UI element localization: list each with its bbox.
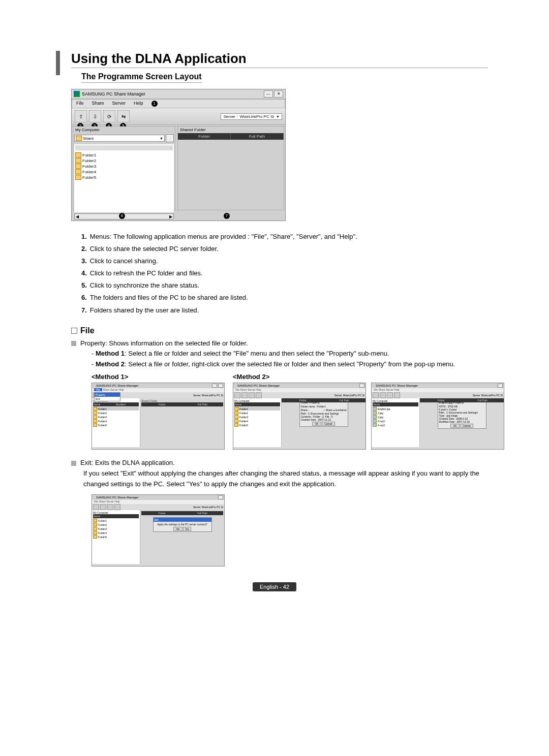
bullet-icon bbox=[71, 341, 76, 346]
no-button[interactable]: No bbox=[183, 527, 191, 531]
col-name: Name bbox=[373, 403, 418, 406]
server-label: Server bbox=[334, 394, 342, 397]
image-icon bbox=[373, 407, 377, 411]
list-item[interactable]: Folder1 bbox=[75, 152, 173, 158]
server-value: WiseLinkPro PC Si bbox=[202, 506, 223, 509]
sync-button[interactable]: ⇆5 bbox=[117, 110, 130, 122]
my-computer-pane: My Computer Share ▼ .. Folder1 Folder2 F… bbox=[73, 126, 175, 210]
menu-share[interactable]: Share bbox=[103, 388, 109, 391]
menu-exit[interactable]: Exit bbox=[95, 397, 120, 401]
list-item[interactable]: Folder4 bbox=[93, 419, 139, 423]
refresh-button[interactable]: ⟳4 bbox=[103, 110, 115, 122]
list-item[interactable]: Folder1 bbox=[234, 407, 280, 411]
menu-server[interactable]: Server bbox=[110, 388, 118, 391]
close-button[interactable] bbox=[359, 384, 364, 388]
tool-icon[interactable] bbox=[114, 504, 120, 510]
ok-button[interactable]: OK bbox=[312, 422, 321, 426]
scroll-left-icon[interactable]: ◀ bbox=[76, 214, 79, 219]
file-icon bbox=[373, 423, 377, 427]
list-item[interactable]: Folder2 bbox=[93, 523, 139, 526]
dialog-msg: Apply the settings to the PC server conn… bbox=[155, 523, 210, 526]
folder-icon bbox=[93, 423, 97, 427]
refresh-icon: ⟳ bbox=[107, 114, 111, 119]
list-item[interactable]: Folder5 bbox=[234, 423, 280, 427]
cancel-button[interactable]: Cancel bbox=[322, 422, 335, 426]
chevron-down-icon: ▼ bbox=[276, 115, 280, 118]
tool-icon[interactable] bbox=[100, 504, 106, 510]
method2-line: - Method 2: Select a file or folder, rig… bbox=[92, 359, 488, 370]
scroll-right-icon[interactable]: ▶ bbox=[169, 214, 172, 219]
tool-icon[interactable] bbox=[256, 392, 262, 398]
folder-icon bbox=[93, 415, 97, 419]
list-item[interactable]: Folder5 bbox=[93, 423, 139, 427]
list-item[interactable]: Folder3 bbox=[93, 527, 139, 530]
menu-help[interactable]: Help bbox=[118, 388, 124, 391]
tool-icon[interactable] bbox=[387, 392, 393, 398]
list-item[interactable]: Folder3 bbox=[75, 164, 173, 169]
cancel-button[interactable]: Cancel bbox=[460, 424, 473, 428]
right-pane-head: Shared Folder bbox=[178, 127, 284, 133]
file-icon bbox=[373, 419, 377, 423]
address-input[interactable]: Share ▼ bbox=[74, 135, 165, 142]
close-button[interactable] bbox=[218, 384, 223, 388]
list-item: 4.Click to refresh the PC folder and fil… bbox=[81, 268, 488, 279]
close-button[interactable]: ✕ bbox=[274, 90, 283, 98]
tool-icon[interactable] bbox=[249, 392, 255, 398]
list-item[interactable]: Folder3 bbox=[93, 415, 139, 419]
list-item[interactable]: 2.jpg bbox=[373, 415, 418, 419]
callout-7: 7 bbox=[224, 213, 230, 219]
tool-icon[interactable] bbox=[380, 392, 386, 398]
list-item[interactable]: 4.mp3 bbox=[373, 423, 418, 427]
shared-folder-pane: Shared Folder Folder Full Path 7 bbox=[177, 126, 284, 210]
list-item[interactable]: Folder1 bbox=[93, 407, 139, 411]
list-item[interactable]: Folder2 bbox=[234, 411, 280, 415]
minimize-button[interactable]: — bbox=[264, 90, 273, 98]
list-item[interactable]: English.jpg bbox=[373, 407, 418, 411]
tool-icon[interactable] bbox=[373, 392, 379, 398]
list-item[interactable]: Folder5 bbox=[75, 175, 173, 180]
list-item[interactable]: Folder4 bbox=[93, 531, 139, 534]
folder-icon bbox=[93, 531, 97, 534]
file-section-head: File bbox=[71, 326, 488, 335]
menu-help[interactable]: Help bbox=[134, 101, 143, 107]
ok-button[interactable]: OK bbox=[450, 424, 459, 428]
server-dropdown[interactable]: Server : WiseLinkPro PC Si ▼ bbox=[221, 113, 282, 120]
tool-icon[interactable] bbox=[234, 392, 240, 398]
unshare-button[interactable]: ⇩3 bbox=[89, 110, 101, 122]
list-item[interactable]: Folder4 bbox=[234, 419, 280, 423]
list-item: 2.Click to share the selected PC server … bbox=[81, 243, 488, 255]
list-item[interactable]: Folder2 bbox=[93, 411, 139, 415]
menu-file[interactable]: File bbox=[76, 101, 84, 107]
list-item[interactable]: Folder4 bbox=[75, 169, 173, 174]
folder-icon bbox=[234, 419, 238, 423]
tool-icon[interactable] bbox=[394, 392, 400, 398]
list-item[interactable]: Folder2 bbox=[75, 158, 173, 163]
list-item[interactable]: Folder1 bbox=[93, 519, 139, 522]
minimize-button[interactable] bbox=[212, 384, 217, 388]
list-item[interactable]: Folder5 bbox=[93, 535, 139, 539]
exit-screenshot: SAMSUNG PC Share Manager File Share Serv… bbox=[92, 494, 225, 566]
tool-icon[interactable] bbox=[241, 392, 248, 398]
folder-icon bbox=[75, 158, 81, 163]
tool-icon[interactable] bbox=[107, 504, 113, 510]
list-item[interactable]: 1.jpg bbox=[373, 411, 418, 415]
file-list[interactable]: .. Folder1 Folder2 Folder3 Folder4 Folde… bbox=[74, 144, 174, 212]
menu-server[interactable]: Server bbox=[112, 101, 126, 107]
yes-button[interactable]: Yes bbox=[173, 527, 182, 531]
menu-share[interactable]: Share bbox=[92, 101, 104, 107]
folder-icon bbox=[93, 519, 97, 522]
tool-icon[interactable] bbox=[93, 504, 99, 510]
close-button[interactable] bbox=[218, 495, 223, 499]
file-dropdown[interactable]: Property Exit bbox=[94, 392, 120, 401]
go-button[interactable] bbox=[166, 134, 174, 142]
menu-file[interactable]: File bbox=[94, 388, 102, 391]
page-title: Using the DLNA Application bbox=[71, 51, 488, 68]
menu-property[interactable]: Property bbox=[95, 393, 120, 397]
list-item: 6.The folders and files of the PC to be … bbox=[81, 292, 488, 303]
list-item[interactable]: 3.mp3 bbox=[373, 419, 418, 423]
menubar: File Share Server Help bbox=[92, 500, 224, 504]
list-item[interactable]: Folder3 bbox=[234, 415, 280, 419]
close-button[interactable] bbox=[498, 384, 503, 388]
share-button[interactable]: ⇧2 bbox=[75, 110, 87, 122]
page-footer: English - 42 bbox=[61, 582, 488, 591]
